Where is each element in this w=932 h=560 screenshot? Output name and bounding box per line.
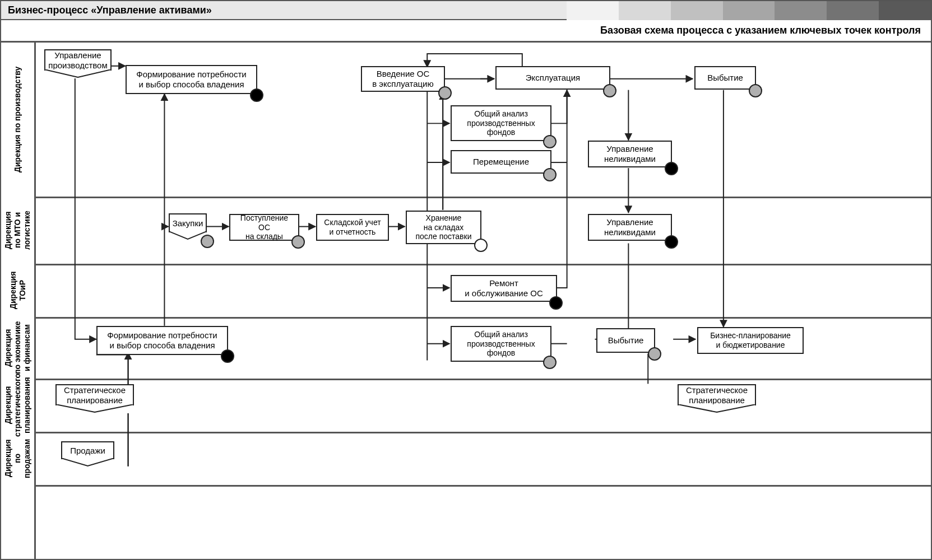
start-strategy-right-label: Стратегическоепланирование — [686, 385, 748, 405]
control-intro — [438, 86, 452, 100]
start-sales-label: Продажи — [70, 446, 105, 456]
start-purchasing: Закупки — [169, 213, 207, 240]
box-relocation: Перемещение — [451, 150, 551, 174]
start-strategy-left: Стратегическоепланирование — [55, 384, 134, 413]
title-stripes — [567, 1, 931, 20]
box-os-intro: Введение ОСв эксплуатацию — [361, 66, 445, 92]
start-sales: Продажи — [61, 441, 114, 467]
box-need-formation-2: Формирование потребностии выбор способа … — [96, 326, 228, 355]
box-disposal-1: Выбытие — [694, 66, 756, 90]
box-stock-accounting: Складской учети отчетность — [316, 214, 389, 241]
diagram-canvas: Управлениепроизводством Закупки Стратеги… — [36, 43, 931, 559]
control-illiq1 — [665, 162, 678, 175]
start-production: Управлениепроизводством — [44, 49, 112, 78]
bp-diagram: Бизнес-процесс «Управление активами» Баз… — [0, 0, 932, 560]
lane-label-production: Дирекция по производству — [1, 43, 34, 197]
box-operation: Эксплуатация — [495, 66, 610, 90]
page-subtitle-bar: Базовая схема процесса с указанием ключе… — [1, 20, 931, 43]
control-anal2 — [543, 356, 557, 369]
box-fund-analysis-2: Общий анализпроизводственныхфондов — [451, 326, 551, 362]
control-oper — [603, 84, 616, 97]
control-recv — [291, 235, 305, 249]
box-disposal-2: Выбытие — [596, 328, 655, 353]
control-disp1 — [749, 84, 762, 97]
lane-label-sales: Дирекцияпо продажам — [1, 432, 34, 485]
lane-label-strategy: Дирекциястратегическогопланирования — [1, 379, 34, 432]
box-need-formation-1: Формирование потребностии выбор способа … — [126, 65, 257, 94]
page-title: Бизнес-процесс «Управление активами» — [8, 4, 212, 16]
control-purch — [201, 235, 214, 248]
control-move — [543, 168, 557, 181]
page-subtitle: Базовая схема процесса с указанием ключе… — [600, 25, 921, 36]
start-strategy-right: Стратегическоепланирование — [678, 384, 756, 413]
control-repair — [549, 296, 563, 310]
control-anal1 — [543, 135, 557, 148]
control-disp2 — [648, 347, 661, 361]
control-illiq2 — [665, 235, 678, 249]
page-title-bar: Бизнес-процесс «Управление активами» — [1, 1, 931, 20]
control-store — [474, 239, 488, 252]
box-storage: Хранениена складахпосле поставки — [406, 211, 481, 244]
start-strategy-left-label: Стратегическоепланирование — [64, 385, 126, 405]
box-receipt: Поступление ОСна склады — [229, 214, 299, 241]
lane-label-econ: Дирекцияпо экономикеи финансам — [1, 317, 34, 379]
box-illiquid-2: Управлениенеликвидами — [588, 214, 672, 241]
box-illiquid-1: Управлениенеликвидами — [588, 141, 672, 167]
box-fund-analysis-1: Общий анализпроизводственныхфондов — [451, 105, 551, 141]
box-budgeting: Бизнес-планированиеи бюджетирование — [697, 327, 804, 354]
control-need1 — [250, 88, 263, 102]
lane-label-mto: Дирекцияпо МТО и логистике — [1, 197, 34, 264]
control-need2 — [221, 349, 234, 363]
start-production-label: Управлениепроизводством — [48, 50, 107, 71]
swimlane-labels: Дирекция по производству Дирекцияпо МТО … — [1, 43, 36, 559]
box-repair: Ремонти обслуживание ОС — [451, 275, 557, 302]
lane-label-toir: Дирекция ТОиР — [1, 264, 34, 317]
start-purchasing-label: Закупки — [173, 218, 203, 228]
